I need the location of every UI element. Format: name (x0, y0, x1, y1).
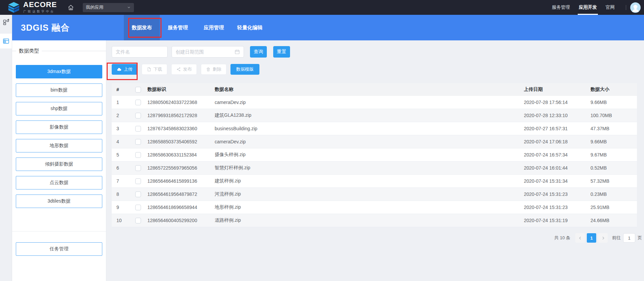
header-tab[interactable]: 轻量化编辑 (232, 15, 268, 40)
upload-button[interactable]: 上传 (112, 64, 138, 75)
row-checkbox[interactable] (135, 191, 141, 197)
sidebar-data-type-button[interactable]: 点云数据 (16, 176, 102, 189)
row-data-name: cameraDev.zip (215, 135, 524, 148)
filter-row: 查询 重置 (112, 46, 290, 58)
row-upload-date: 2020-07-24 16:01:44 (524, 162, 586, 174)
row-data-name: 地形样例.zip (215, 201, 524, 214)
topbar-nav-item[interactable]: 官网 (601, 0, 619, 15)
topbar-nav-item[interactable]: 服务管理 (547, 0, 574, 15)
browser-window-icon[interactable] (0, 34, 12, 48)
header-tab[interactable]: 应用管理 (196, 15, 232, 40)
sidebar-list: 3dmax数据bim数据shp数据影像数据地形数据倾斜摄影数据点云数据3dtil… (16, 65, 102, 208)
sidebar-data-type-button[interactable]: 倾斜摄影数据 (16, 157, 102, 171)
row-upload-date: 2020-07-24 16:57:34 (524, 148, 586, 161)
page-unit-label: 页 (638, 235, 642, 241)
sidebar-data-type-button[interactable]: 3dmax数据 (16, 65, 102, 78)
topbar-nav-item[interactable]: 应用开发 (574, 0, 601, 15)
sidebar-data-type-button[interactable]: 影像数据 (16, 120, 102, 134)
row-checkbox[interactable] (135, 126, 141, 132)
row-checkbox[interactable] (135, 218, 141, 223)
grid-icon[interactable] (0, 15, 12, 30)
col-data-size: 数据大小 (586, 83, 637, 96)
row-data-size: 9.66MB (586, 135, 637, 148)
pagination: 共 10 条 1 前往 页 (554, 233, 642, 243)
row-data-id: 1286586306331152384 (147, 148, 215, 161)
row-checkbox[interactable] (135, 165, 141, 171)
sidebar-data-type-button[interactable]: bim数据 (16, 83, 102, 97)
row-upload-date: 2020-07-24 15:31:23 (524, 188, 586, 201)
col-data-id: 数据标识 (147, 83, 215, 96)
data-template-button[interactable]: 数据模版 (230, 64, 259, 75)
download-button[interactable]: 下载 (142, 64, 167, 75)
sidebar-separator (12, 231, 106, 232)
row-data-id: 1287673458683023360 (147, 122, 215, 135)
table-row[interactable]: 61286572255697965056智慧灯杆样例.zip2020-07-24… (112, 162, 637, 175)
page-title: 3DGIS 融合 (21, 15, 70, 40)
logo-cube-icon (7, 2, 20, 13)
page-number-button[interactable]: 1 (587, 233, 596, 243)
table-row[interactable]: 31287673458683023360businessBuilding.zip… (112, 122, 637, 135)
row-checkbox[interactable] (135, 205, 141, 210)
filename-field (112, 46, 168, 58)
user-avatar-icon[interactable] (630, 2, 641, 13)
row-upload-date: 2020-07-28 12:33:10 (524, 109, 586, 122)
row-upload-date: 2020-07-24 15:31:19 (524, 214, 586, 227)
row-data-size: 0.23MB (586, 188, 637, 201)
publish-button[interactable]: 发布 (171, 64, 197, 75)
header-tab[interactable]: 数据发布 (124, 15, 160, 40)
table-row[interactable]: 11288050624033722368cameraDev.zip2020-07… (112, 96, 637, 109)
row-index: 8 (112, 188, 129, 201)
sidebar-data-type-button[interactable]: shp数据 (16, 102, 102, 115)
app-select[interactable]: 我的应用 (83, 3, 134, 12)
row-checkbox[interactable] (135, 113, 141, 118)
row-index: 1 (112, 96, 129, 109)
row-data-name: 道路样例.zip (215, 214, 524, 227)
row-checkbox[interactable] (135, 139, 141, 145)
table-row[interactable]: 81286564619564879872河流样例.zip2020-07-24 1… (112, 188, 637, 201)
app-select-value: 我的应用 (86, 4, 103, 10)
table-row[interactable]: 71286564664615899136建筑样例.zip2020-07-24 1… (112, 175, 637, 188)
row-checkbox[interactable] (135, 152, 141, 158)
topbar-divider (626, 5, 626, 10)
row-index: 3 (112, 122, 129, 135)
sidebar-item-task-manage[interactable]: 任务管理 (16, 242, 102, 256)
row-data-size: 100.70MB (586, 109, 637, 122)
chevron-left-icon[interactable] (575, 233, 585, 243)
home-icon[interactable] (68, 4, 74, 11)
reset-button[interactable]: 重置 (273, 46, 290, 58)
delete-button[interactable]: 删除 (201, 64, 226, 75)
row-index: 9 (112, 201, 129, 214)
cloud-upload-icon (117, 67, 122, 72)
row-index: 10 (112, 214, 129, 227)
row-data-id: 1286564664615899136 (147, 175, 215, 187)
row-data-name: businessBuilding.zip (215, 122, 524, 135)
table-row[interactable]: 101286564600405299200道路样例.zip2020-07-24 … (112, 214, 637, 227)
daterange-input[interactable] (176, 49, 235, 55)
row-upload-date: 2020-07-24 15:31:34 (524, 175, 586, 187)
header-tabs: 数据发布服务管理应用管理轻量化编辑 (124, 15, 268, 40)
table-row[interactable]: 51286586306331152384摄像头样例.zip2020-07-24 … (112, 148, 637, 162)
row-checkbox[interactable] (135, 178, 141, 184)
chevron-right-icon[interactable] (598, 233, 608, 243)
goto-page-input[interactable] (623, 233, 635, 243)
toolbar-row: 上传 下载 发布 (112, 64, 259, 75)
sidebar-data-type-button[interactable]: 3dtiles数据 (16, 195, 102, 208)
row-index: 5 (112, 148, 129, 161)
row-data-id: 1288050624033722368 (147, 96, 215, 109)
table-row[interactable]: 21287969318562172928建筑GLA1238.zip2020-07… (112, 109, 637, 122)
row-index: 6 (112, 162, 129, 174)
table-row[interactable]: 41286588503735406592cameraDev.zip2020-07… (112, 135, 637, 148)
row-checkbox[interactable] (135, 100, 141, 105)
select-all-checkbox[interactable] (135, 87, 141, 93)
sidebar-data-type-button[interactable]: 地形数据 (16, 139, 102, 152)
filename-input[interactable] (116, 49, 164, 55)
col-upload-date: 上传日期 (524, 83, 586, 96)
row-index: 7 (112, 175, 129, 187)
table-row[interactable]: 91286564618696658944地形样例.zip2020-07-24 1… (112, 201, 637, 214)
table-body: 11288050624033722368cameraDev.zip2020-07… (112, 96, 637, 227)
query-button[interactable]: 查询 (250, 46, 267, 58)
row-data-id: 1287969318562172928 (147, 109, 215, 122)
header-tab[interactable]: 服务管理 (160, 15, 196, 40)
row-data-name: 河流样例.zip (215, 188, 524, 201)
row-data-name: 智慧灯杆样例.zip (215, 162, 524, 174)
